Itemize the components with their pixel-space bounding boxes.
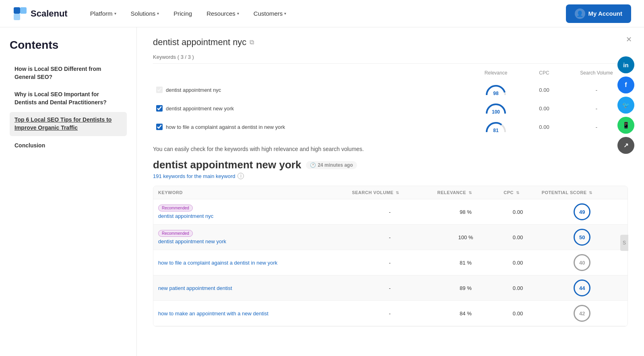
table-row: new patient appointment dentist - 89 % 0… (153, 275, 627, 301)
svg-rect-1 (20, 7, 27, 14)
td-relevance-0: 98 % (433, 199, 499, 225)
score-circle-0: 49 (574, 203, 590, 220)
td-search-volume-0: - (347, 199, 432, 225)
td-potential-score-2: 40 (537, 250, 627, 275)
keyword-label-2: dentist appointment new york (156, 105, 472, 112)
td-relevance-4: 84 % (433, 301, 499, 326)
sort-icon[interactable]: ⇅ (469, 190, 472, 195)
td-potential-score-0: 49 (537, 199, 627, 225)
keyword-label-1: dentist appointment nyc (156, 87, 472, 93)
td-relevance-2: 81 % (433, 250, 499, 275)
table-row: Recommended dentist appointment new york… (153, 225, 627, 250)
sort-icon[interactable]: ⇅ (516, 190, 520, 195)
table-row: how to file a complaint against a dentis… (153, 250, 627, 275)
td-potential-score-1: 50 (537, 225, 627, 250)
cpc-1: 0.00 (520, 87, 568, 93)
keyword-checkbox-1[interactable] (156, 87, 163, 93)
copy-icon[interactable]: ⧉ (250, 39, 254, 46)
facebook-button[interactable]: f (617, 77, 634, 93)
score-circle-2: 40 (574, 254, 590, 271)
keyword-label-3: how to file a complaint against a dentis… (156, 124, 472, 130)
keyword-link-1[interactable]: dentist appointment new york (158, 238, 226, 244)
td-potential-score-3: 44 (537, 275, 627, 301)
toc-item-1[interactable]: How is Local SEO Different from General … (10, 61, 127, 85)
td-keyword-3: new patient appointment dentist (153, 275, 347, 301)
nav-items: Platform ▾ Solutions ▾ Pricing Resources… (84, 7, 566, 20)
cpc-header: CPC (520, 70, 568, 76)
td-keyword-0: Recommended dentist appointment nyc (153, 199, 347, 225)
keywords-sub: 191 keywords for the main keyword i (153, 173, 628, 179)
search-volume-3: - (568, 124, 625, 130)
svg-text:98: 98 (493, 91, 499, 96)
relevance-header: Relevance (472, 70, 520, 76)
svg-text:100: 100 (492, 109, 500, 115)
keyword-section: dentist appointment nyc ⧉ Keywords ( 3 /… (153, 37, 628, 136)
th-cpc: CPC ⇅ (499, 186, 537, 199)
keywords-header-row: Relevance CPC Search Volume (153, 68, 628, 77)
nav-resources[interactable]: Resources ▾ (200, 7, 246, 20)
keyword-row-1: dentist appointment nyc 98 0.00 - (153, 81, 628, 99)
keyword-link-3[interactable]: new patient appointment dentist (158, 285, 232, 291)
td-keyword-4: how to make an appointment with a new de… (153, 301, 347, 326)
contents-title: Contents (10, 39, 127, 52)
keywords-count: Keywords ( 3 / 3 ) (153, 54, 628, 64)
search-volume-2: - (568, 106, 625, 112)
main-keyword-heading: dentist appointment new york 🕐 24 minute… (153, 159, 628, 171)
nav-customers[interactable]: Customers ▾ (247, 7, 293, 20)
table-row: Recommended dentist appointment nyc - 98… (153, 199, 627, 225)
table-header-row: KEYWORD SEARCH VOLUME ⇅ RELEVANCE ⇅ (153, 186, 627, 199)
time-badge: 🕐 24 minutes ago (306, 161, 357, 169)
td-search-volume-4: - (347, 301, 432, 326)
my-account-button[interactable]: 👤 My Account (566, 4, 631, 23)
main-keyword-section: dentist appointment new york 🕐 24 minute… (153, 159, 628, 327)
td-search-volume-1: - (347, 225, 432, 250)
keyword-link-4[interactable]: how to make an appointment with a new de… (158, 310, 268, 317)
td-cpc-4: 0.00 (499, 301, 537, 326)
score-circle-1: 50 (574, 229, 590, 246)
nav-pricing[interactable]: Pricing (167, 7, 198, 20)
td-cpc-1: 0.00 (499, 225, 537, 250)
search-volume-header: Search Volume (568, 70, 625, 76)
section-badge[interactable]: S (620, 235, 628, 251)
logo-text: Scalenut (31, 8, 68, 19)
td-cpc-0: 0.00 (499, 199, 537, 225)
main-content: ✕ dentist appointment nyc ⧉ Keywords ( 3… (137, 27, 644, 356)
keyword-link-0[interactable]: dentist appointment nyc (158, 213, 213, 219)
recommended-badge: Recommended (158, 205, 193, 211)
table-row: how to make an appointment with a new de… (153, 301, 627, 326)
th-keyword: KEYWORD (153, 186, 347, 199)
nav-solutions[interactable]: Solutions ▾ (124, 7, 166, 20)
toc-item-4[interactable]: Conclusion (10, 138, 127, 154)
score-circle-4: 42 (574, 305, 590, 322)
page-layout: Contents How is Local SEO Different from… (0, 27, 644, 356)
account-icon: 👤 (575, 8, 585, 19)
toc-item-3[interactable]: Top 6 Local SEO Tips for Dentists to Imp… (10, 112, 127, 136)
sort-icon[interactable]: ⇅ (589, 190, 592, 195)
logo[interactable]: Scalenut (13, 6, 68, 21)
keywords-table: KEYWORD SEARCH VOLUME ⇅ RELEVANCE ⇅ (153, 186, 627, 326)
keyword-link-2[interactable]: how to file a complaint against a dentis… (158, 260, 277, 266)
td-relevance-1: 100 % (433, 225, 499, 250)
td-keyword-1: Recommended dentist appointment new york (153, 225, 347, 250)
cpc-3: 0.00 (520, 124, 568, 130)
keywords-table-container[interactable]: KEYWORD SEARCH VOLUME ⇅ RELEVANCE ⇅ (153, 186, 628, 327)
sort-icon[interactable]: ⇅ (396, 190, 399, 195)
nav-platform[interactable]: Platform ▾ (84, 7, 123, 20)
keyword-checkbox-2[interactable] (156, 105, 163, 112)
toc-item-2[interactable]: Why is Local SEO Important for Dentists … (10, 87, 127, 110)
keyword-row-2: dentist appointment new york 100 0.00 - (153, 99, 628, 118)
relevance-1: 98 (472, 83, 520, 97)
close-button[interactable]: ✕ (623, 34, 634, 45)
whatsapp-button[interactable]: 📱 (617, 117, 634, 134)
search-volume-1: - (568, 87, 625, 93)
navbar: Scalenut Platform ▾ Solutions ▾ Pricing … (0, 0, 644, 27)
linkedin-button[interactable]: in (617, 56, 634, 73)
twitter-button[interactable]: 🐦 (617, 97, 634, 114)
share-button[interactable]: ↗ (617, 137, 634, 154)
th-potential-score: POTENTIAL SCORE ⇅ (537, 186, 627, 199)
score-circle-3: 44 (574, 279, 590, 296)
td-potential-score-4: 42 (537, 301, 627, 326)
info-text: You can easily check for the keywords wi… (153, 146, 628, 152)
keyword-row-3: how to file a complaint against a dentis… (153, 118, 628, 136)
keyword-checkbox-3[interactable] (156, 124, 163, 130)
